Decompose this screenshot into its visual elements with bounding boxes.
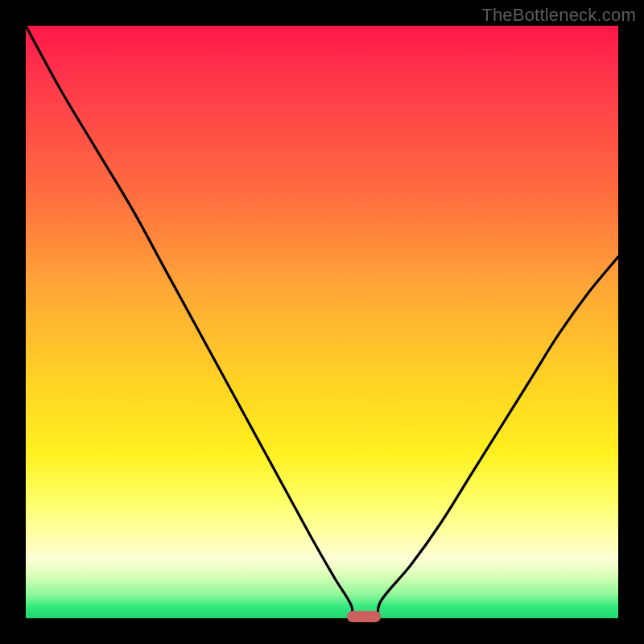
watermark-text: TheBottleneck.com	[481, 5, 636, 26]
plot-area	[26, 26, 618, 618]
minimum-marker	[347, 611, 381, 622]
chart-frame: TheBottleneck.com	[0, 0, 644, 644]
bottleneck-curve	[26, 26, 618, 618]
